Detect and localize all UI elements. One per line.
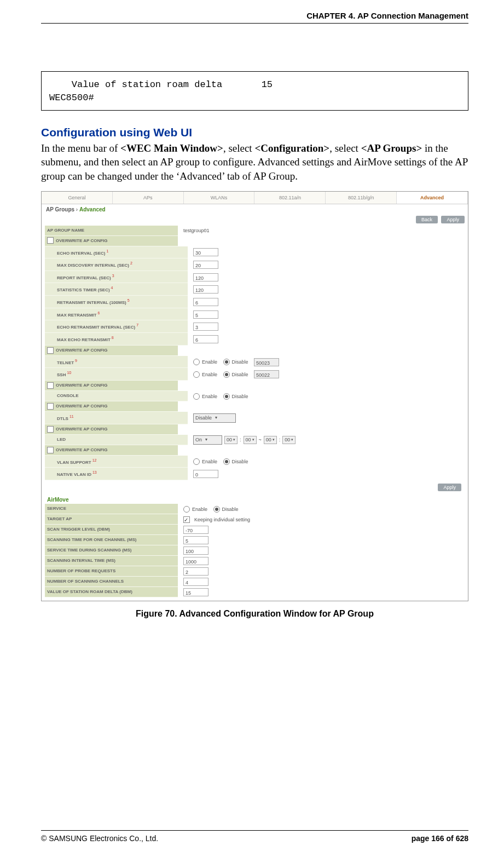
body-paragraph: In the menu bar of <WEC Main Window>, se… xyxy=(41,141,468,183)
lab-retransmit-interval: RETRANSMIT INTERVAL (100MS)5 xyxy=(45,296,188,308)
lab-am-service: SERVICE xyxy=(45,504,178,514)
input-native-vlan[interactable]: 0 xyxy=(193,470,218,478)
input-echo-interval[interactable]: 30 xyxy=(193,248,218,256)
lab-echo-interval: ECHO INTERVAL (SEC)1 xyxy=(45,246,188,259)
input-retransmit-interval[interactable]: 6 xyxy=(193,298,218,306)
lab-overwrite-6: OVERWRITE AP CONFIG xyxy=(45,445,178,456)
lab-max-echo-retransmit: MAX ECHO RETRANSMIT8 xyxy=(45,333,188,346)
lab-max-retransmit: MAX RETRANSMIT6 xyxy=(45,308,188,321)
lab-overwrite-1: OVERWRITE AP CONFIG xyxy=(45,236,178,246)
input-ssh-port[interactable]: 50022 xyxy=(254,370,279,378)
input-am-roam-delta[interactable]: 15 xyxy=(183,588,208,596)
radio-am-enable[interactable] xyxy=(183,506,190,513)
lab-overwrite-2: OVERWRITE AP CONFIG xyxy=(45,346,178,356)
lab-native-vlan: NATIVE VLAN ID13 xyxy=(45,468,188,480)
lab-am-scan-one: SCANNING TIME FOR ONE CHANNEL (MS) xyxy=(45,535,178,545)
input-am-scan-one[interactable]: 5 xyxy=(183,536,208,544)
select-led-m1[interactable]: 00 xyxy=(244,436,257,444)
lab-telnet: TELNET9 xyxy=(45,356,188,369)
tab-80211an[interactable]: 802.11a/n xyxy=(254,192,326,204)
select-led-m2[interactable]: 00 xyxy=(282,436,296,444)
select-led-state[interactable]: On xyxy=(193,435,222,445)
radio-telnet-disable[interactable] xyxy=(223,359,230,365)
input-am-svc-time[interactable]: 100 xyxy=(183,547,208,555)
tab-general[interactable]: General xyxy=(42,192,113,204)
footer-page-number: page 166 of 628 xyxy=(412,834,468,843)
back-button[interactable]: Back xyxy=(416,216,438,223)
footer-copyright: © SAMSUNG Electronics Co., Ltd. xyxy=(41,834,158,843)
footer-rule xyxy=(41,830,468,831)
checkbox-overwrite-5[interactable] xyxy=(47,426,54,433)
radio-vlan-enable[interactable] xyxy=(193,458,200,465)
mid-button-row: Apply xyxy=(45,480,465,493)
tab-wlans[interactable]: WLANs xyxy=(184,192,255,204)
cli-prompt: WEC8500# xyxy=(49,91,460,105)
select-dtls[interactable]: Disable xyxy=(193,413,236,423)
val-group-name: testgroup01 xyxy=(183,226,210,235)
input-telnet-port[interactable]: 50023 xyxy=(254,358,279,366)
lab-am-scan-trigger: SCAN TRIGGER LEVEL (DBM) xyxy=(45,525,178,535)
form-area: AP GROUP NAMEtestgroup01 OVERWRITE AP CO… xyxy=(42,226,468,601)
lab-dtls: DTLS11 xyxy=(45,412,188,424)
lab-echo-retransmit: ECHO RETRANSMIT INTERVAL (SEC)7 xyxy=(45,320,188,333)
embedded-screenshot: General APs WLANs 802.11a/n 802.11b/g/n … xyxy=(41,191,468,602)
lab-report-interval: REPORT INTERVAL (SEC)3 xyxy=(45,271,188,284)
lab-ssh: SSH10 xyxy=(45,368,188,381)
lab-led: LED xyxy=(45,435,188,445)
lab-am-roam-delta: VALUE OF STATION ROAM DELTA (DBM) xyxy=(45,587,178,597)
lab-overwrite-3: OVERWRITE AP CONFIG xyxy=(45,381,178,391)
lab-vlan-support: VLAN SUPPORT12 xyxy=(45,456,188,468)
radio-console-enable[interactable] xyxy=(193,393,200,400)
lab-stats-timer: STATISTICS TIMER (SEC)4 xyxy=(45,283,188,296)
input-am-probe-req[interactable]: 2 xyxy=(183,567,208,576)
radio-telnet-enable[interactable] xyxy=(193,359,200,365)
radio-ssh-enable[interactable] xyxy=(193,371,200,378)
input-am-scan-int[interactable]: 1000 xyxy=(183,557,208,565)
lab-max-discovery: MAX DISCOVERY INTERVAL (SEC)2 xyxy=(45,258,188,271)
lab-am-probe-req: NUMBER OF PROBE REQUESTS xyxy=(45,566,178,577)
input-am-scan-ch[interactable]: 4 xyxy=(183,578,208,586)
tab-advanced[interactable]: Advanced xyxy=(397,192,468,204)
cli-output-box: Value of station roam delta 15 WEC8500# xyxy=(41,71,468,111)
input-max-retransmit[interactable]: 5 xyxy=(193,310,218,319)
tab-aps[interactable]: APs xyxy=(113,192,184,204)
lab-am-target: TARGET AP xyxy=(45,514,178,525)
apply-button[interactable]: Apply xyxy=(441,216,465,223)
apply-button-2[interactable]: Apply xyxy=(438,484,461,491)
page: CHAPTER 4. AP Connection Management Valu… xyxy=(0,0,504,857)
checkbox-am-target[interactable] xyxy=(183,516,190,523)
input-am-scan-trigger[interactable]: -70 xyxy=(183,526,208,534)
input-max-discovery[interactable]: 20 xyxy=(193,261,218,269)
radio-am-disable[interactable] xyxy=(213,506,220,513)
input-stats-timer[interactable]: 120 xyxy=(193,285,218,294)
checkbox-overwrite-4[interactable] xyxy=(47,403,54,410)
chapter-header: CHAPTER 4. AP Connection Management xyxy=(306,11,468,20)
section-title: Configuration using Web UI xyxy=(41,126,468,139)
select-led-h1[interactable]: 00 xyxy=(224,436,237,444)
lab-overwrite-5: OVERWRITE AP CONFIG xyxy=(45,424,178,435)
lab-am-scan-ch: NUMBER OF SCANNING CHANNELS xyxy=(45,577,178,587)
cli-line: Value of station roam delta 15 xyxy=(49,78,460,91)
checkbox-overwrite-6[interactable] xyxy=(47,447,54,453)
lab-overwrite-4: OVERWRITE AP CONFIG xyxy=(45,401,178,412)
input-max-echo-retransmit[interactable]: 6 xyxy=(193,335,218,343)
tab-bar: General APs WLANs 802.11a/n 802.11b/g/n … xyxy=(42,192,468,204)
header-rule xyxy=(41,23,468,24)
lab-am-svc-time: SERVICE TIME DURING SCANNING (MS) xyxy=(45,545,178,556)
checkbox-overwrite-3[interactable] xyxy=(47,382,54,389)
radio-ssh-disable[interactable] xyxy=(223,371,230,378)
radio-console-disable[interactable] xyxy=(223,393,230,400)
lab-am-scan-int: SCANNING INTERVAL TIME (MS) xyxy=(45,556,178,566)
airmove-title: AirMove xyxy=(45,493,465,504)
breadcrumb: AP Groups › Advanced xyxy=(42,204,468,215)
checkbox-overwrite-2[interactable] xyxy=(47,347,54,354)
lab-group-name: AP GROUP NAME xyxy=(45,226,178,236)
radio-vlan-disable[interactable] xyxy=(223,458,230,465)
input-echo-retransmit[interactable]: 3 xyxy=(193,323,218,331)
tab-80211bgn[interactable]: 802.11b/g/n xyxy=(326,192,397,204)
figure-caption: Figure 70. Advanced Configuration Window… xyxy=(41,609,468,619)
select-led-h2[interactable]: 00 xyxy=(264,436,277,444)
checkbox-overwrite-1[interactable] xyxy=(47,237,54,244)
lab-console: CONSOLE xyxy=(45,391,188,401)
input-report-interval[interactable]: 120 xyxy=(193,273,218,281)
